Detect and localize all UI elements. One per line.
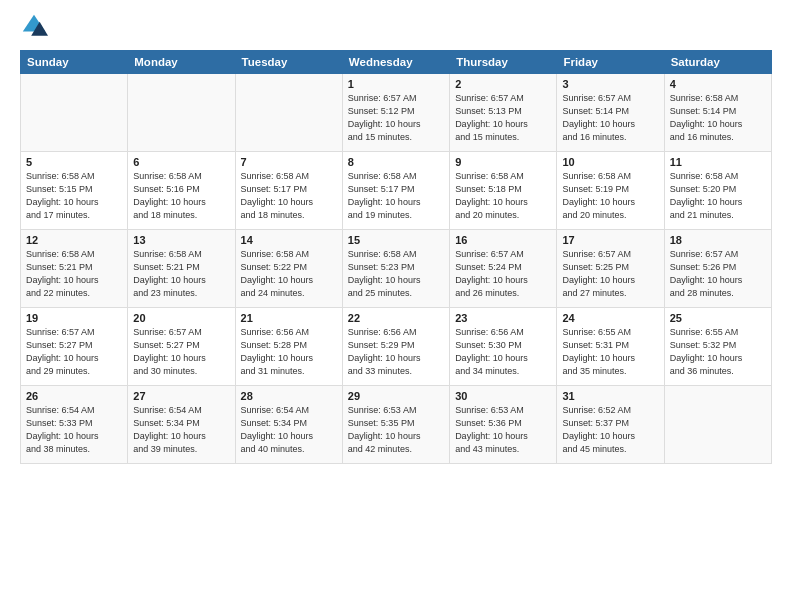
day-number: 23 (455, 312, 551, 324)
day-number: 2 (455, 78, 551, 90)
day-number: 8 (348, 156, 444, 168)
day-number: 10 (562, 156, 658, 168)
day-cell: 10Sunrise: 6:58 AM Sunset: 5:19 PM Dayli… (557, 152, 664, 230)
day-number: 6 (133, 156, 229, 168)
day-info: Sunrise: 6:57 AM Sunset: 5:13 PM Dayligh… (455, 92, 551, 144)
day-number: 16 (455, 234, 551, 246)
day-info: Sunrise: 6:56 AM Sunset: 5:28 PM Dayligh… (241, 326, 337, 378)
calendar: SundayMondayTuesdayWednesdayThursdayFrid… (20, 50, 772, 464)
day-info: Sunrise: 6:55 AM Sunset: 5:32 PM Dayligh… (670, 326, 766, 378)
day-cell: 19Sunrise: 6:57 AM Sunset: 5:27 PM Dayli… (21, 308, 128, 386)
day-cell: 30Sunrise: 6:53 AM Sunset: 5:36 PM Dayli… (450, 386, 557, 464)
day-number: 18 (670, 234, 766, 246)
header (20, 16, 772, 40)
day-cell: 24Sunrise: 6:55 AM Sunset: 5:31 PM Dayli… (557, 308, 664, 386)
day-info: Sunrise: 6:54 AM Sunset: 5:34 PM Dayligh… (133, 404, 229, 456)
weekday-header-row: SundayMondayTuesdayWednesdayThursdayFrid… (21, 51, 772, 74)
day-number: 11 (670, 156, 766, 168)
day-number: 17 (562, 234, 658, 246)
day-info: Sunrise: 6:55 AM Sunset: 5:31 PM Dayligh… (562, 326, 658, 378)
day-number: 24 (562, 312, 658, 324)
day-number: 5 (26, 156, 122, 168)
weekday-wednesday: Wednesday (342, 51, 449, 74)
day-cell: 8Sunrise: 6:58 AM Sunset: 5:17 PM Daylig… (342, 152, 449, 230)
day-cell (664, 386, 771, 464)
day-info: Sunrise: 6:52 AM Sunset: 5:37 PM Dayligh… (562, 404, 658, 456)
day-info: Sunrise: 6:57 AM Sunset: 5:25 PM Dayligh… (562, 248, 658, 300)
day-info: Sunrise: 6:58 AM Sunset: 5:15 PM Dayligh… (26, 170, 122, 222)
day-number: 21 (241, 312, 337, 324)
day-cell: 7Sunrise: 6:58 AM Sunset: 5:17 PM Daylig… (235, 152, 342, 230)
day-cell: 11Sunrise: 6:58 AM Sunset: 5:20 PM Dayli… (664, 152, 771, 230)
weekday-friday: Friday (557, 51, 664, 74)
day-cell: 28Sunrise: 6:54 AM Sunset: 5:34 PM Dayli… (235, 386, 342, 464)
day-info: Sunrise: 6:58 AM Sunset: 5:20 PM Dayligh… (670, 170, 766, 222)
day-cell: 4Sunrise: 6:58 AM Sunset: 5:14 PM Daylig… (664, 74, 771, 152)
day-cell: 1Sunrise: 6:57 AM Sunset: 5:12 PM Daylig… (342, 74, 449, 152)
day-info: Sunrise: 6:57 AM Sunset: 5:27 PM Dayligh… (26, 326, 122, 378)
day-info: Sunrise: 6:57 AM Sunset: 5:27 PM Dayligh… (133, 326, 229, 378)
day-cell: 14Sunrise: 6:58 AM Sunset: 5:22 PM Dayli… (235, 230, 342, 308)
weekday-thursday: Thursday (450, 51, 557, 74)
weekday-monday: Monday (128, 51, 235, 74)
day-cell (128, 74, 235, 152)
day-cell: 26Sunrise: 6:54 AM Sunset: 5:33 PM Dayli… (21, 386, 128, 464)
day-cell: 9Sunrise: 6:58 AM Sunset: 5:18 PM Daylig… (450, 152, 557, 230)
day-info: Sunrise: 6:58 AM Sunset: 5:23 PM Dayligh… (348, 248, 444, 300)
day-cell: 3Sunrise: 6:57 AM Sunset: 5:14 PM Daylig… (557, 74, 664, 152)
day-info: Sunrise: 6:57 AM Sunset: 5:12 PM Dayligh… (348, 92, 444, 144)
day-number: 3 (562, 78, 658, 90)
day-info: Sunrise: 6:58 AM Sunset: 5:18 PM Dayligh… (455, 170, 551, 222)
day-info: Sunrise: 6:58 AM Sunset: 5:21 PM Dayligh… (26, 248, 122, 300)
day-cell: 16Sunrise: 6:57 AM Sunset: 5:24 PM Dayli… (450, 230, 557, 308)
day-info: Sunrise: 6:58 AM Sunset: 5:21 PM Dayligh… (133, 248, 229, 300)
day-cell: 5Sunrise: 6:58 AM Sunset: 5:15 PM Daylig… (21, 152, 128, 230)
day-number: 12 (26, 234, 122, 246)
day-cell (21, 74, 128, 152)
day-info: Sunrise: 6:58 AM Sunset: 5:16 PM Dayligh… (133, 170, 229, 222)
week-row-3: 19Sunrise: 6:57 AM Sunset: 5:27 PM Dayli… (21, 308, 772, 386)
day-cell: 2Sunrise: 6:57 AM Sunset: 5:13 PM Daylig… (450, 74, 557, 152)
day-number: 20 (133, 312, 229, 324)
weekday-saturday: Saturday (664, 51, 771, 74)
day-cell: 25Sunrise: 6:55 AM Sunset: 5:32 PM Dayli… (664, 308, 771, 386)
day-info: Sunrise: 6:56 AM Sunset: 5:30 PM Dayligh… (455, 326, 551, 378)
day-number: 31 (562, 390, 658, 402)
weekday-sunday: Sunday (21, 51, 128, 74)
day-number: 29 (348, 390, 444, 402)
weekday-tuesday: Tuesday (235, 51, 342, 74)
day-info: Sunrise: 6:53 AM Sunset: 5:35 PM Dayligh… (348, 404, 444, 456)
week-row-2: 12Sunrise: 6:58 AM Sunset: 5:21 PM Dayli… (21, 230, 772, 308)
day-info: Sunrise: 6:54 AM Sunset: 5:34 PM Dayligh… (241, 404, 337, 456)
day-info: Sunrise: 6:58 AM Sunset: 5:17 PM Dayligh… (241, 170, 337, 222)
logo (20, 16, 52, 40)
day-number: 27 (133, 390, 229, 402)
day-cell: 12Sunrise: 6:58 AM Sunset: 5:21 PM Dayli… (21, 230, 128, 308)
day-cell (235, 74, 342, 152)
day-cell: 15Sunrise: 6:58 AM Sunset: 5:23 PM Dayli… (342, 230, 449, 308)
day-info: Sunrise: 6:58 AM Sunset: 5:14 PM Dayligh… (670, 92, 766, 144)
day-info: Sunrise: 6:54 AM Sunset: 5:33 PM Dayligh… (26, 404, 122, 456)
day-cell: 27Sunrise: 6:54 AM Sunset: 5:34 PM Dayli… (128, 386, 235, 464)
day-info: Sunrise: 6:53 AM Sunset: 5:36 PM Dayligh… (455, 404, 551, 456)
day-info: Sunrise: 6:56 AM Sunset: 5:29 PM Dayligh… (348, 326, 444, 378)
day-number: 1 (348, 78, 444, 90)
day-cell: 31Sunrise: 6:52 AM Sunset: 5:37 PM Dayli… (557, 386, 664, 464)
day-cell: 18Sunrise: 6:57 AM Sunset: 5:26 PM Dayli… (664, 230, 771, 308)
day-cell: 20Sunrise: 6:57 AM Sunset: 5:27 PM Dayli… (128, 308, 235, 386)
day-number: 28 (241, 390, 337, 402)
day-number: 7 (241, 156, 337, 168)
day-number: 13 (133, 234, 229, 246)
day-cell: 22Sunrise: 6:56 AM Sunset: 5:29 PM Dayli… (342, 308, 449, 386)
day-info: Sunrise: 6:57 AM Sunset: 5:26 PM Dayligh… (670, 248, 766, 300)
page: SundayMondayTuesdayWednesdayThursdayFrid… (0, 0, 792, 612)
day-info: Sunrise: 6:58 AM Sunset: 5:19 PM Dayligh… (562, 170, 658, 222)
day-cell: 6Sunrise: 6:58 AM Sunset: 5:16 PM Daylig… (128, 152, 235, 230)
day-info: Sunrise: 6:57 AM Sunset: 5:14 PM Dayligh… (562, 92, 658, 144)
week-row-1: 5Sunrise: 6:58 AM Sunset: 5:15 PM Daylig… (21, 152, 772, 230)
day-info: Sunrise: 6:57 AM Sunset: 5:24 PM Dayligh… (455, 248, 551, 300)
day-number: 19 (26, 312, 122, 324)
week-row-4: 26Sunrise: 6:54 AM Sunset: 5:33 PM Dayli… (21, 386, 772, 464)
day-number: 9 (455, 156, 551, 168)
logo-icon (20, 12, 48, 40)
